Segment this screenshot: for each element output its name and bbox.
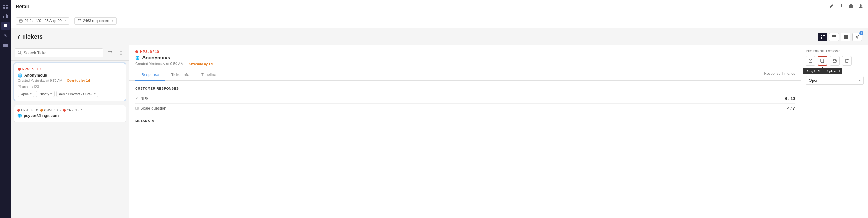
edit-icon[interactable] [829,4,834,10]
status-select[interactable]: Open Closed In Progress [806,76,864,85]
priority-tag-select[interactable]: Priority ▾ [36,91,55,97]
nav-chat-icon[interactable] [1,22,10,30]
response-actions-title: RESPONSE ACTIONS [806,50,864,53]
header-overdue: Overdue by 1d [189,62,213,66]
scale-label: Scale question [135,106,771,110]
header-globe-icon: 🌐 [135,56,140,60]
ticket-card-mini[interactable]: NPS: 3 / 10 CSAT: 1 / 5 CES: 1 / 7 🌐 [14,105,126,122]
scale-value: 4 / 7 [771,106,795,110]
svg-rect-2 [3,7,5,9]
svg-rect-15 [851,6,851,8]
filter-badge: 1 [859,31,864,35]
svg-point-45 [135,50,138,53]
svg-rect-8 [3,44,7,44]
svg-point-37 [121,54,122,55]
nav-chart-icon[interactable] [1,12,10,21]
responses-filter[interactable]: 2463 responses ▾ [74,17,117,25]
grid-view-btn[interactable] [841,33,850,41]
tickets-count: 7 Tickets [17,33,818,40]
overdue-badge: Overdue by 1d [67,79,90,82]
svg-rect-22 [832,35,836,36]
priority-chevron-icon: ▾ [50,92,52,96]
tabs-bar: Response Ticket Info Timeline [129,69,801,80]
svg-rect-4 [3,16,4,19]
body-area: NPS: 6 / 10 🌐 Anonymous Created Yesterda… [11,45,868,218]
sort-icon-btn[interactable] [106,49,114,57]
date-range-filter[interactable]: 01 Jan '20 - 25 Aug '20 ▾ [16,17,69,25]
svg-marker-21 [78,20,81,23]
external-link-btn[interactable] [806,56,815,66]
date-chevron-icon: ▾ [65,20,66,23]
svg-point-38 [18,68,21,71]
nav-phone-icon[interactable] [1,32,10,40]
svg-point-44 [63,109,66,112]
demo-tag-select[interactable]: demo1102test / Cust... ▾ [56,91,98,97]
nav-list-icon[interactable] [1,41,10,50]
content-area: CUSTOMER RESPONSES NPS 6 / 10 [129,80,801,218]
mini-ces: CES: 1 / 7 [63,108,82,112]
status-tag-select[interactable]: Open ▾ [18,91,34,97]
more-icon-btn[interactable] [117,49,125,57]
svg-rect-5 [4,15,5,19]
svg-point-43 [40,109,43,112]
filter-bar: 01 Jan '20 - 25 Aug '20 ▾ 2463 responses… [11,13,868,29]
building-icon[interactable] [848,4,854,10]
mini-csat: CSAT: 1 / 5 [40,108,61,112]
filter-btn[interactable]: 1 [852,33,862,41]
ticket-card-selected[interactable]: NPS: 6 / 10 🌐 Anonymous Created Yesterda… [14,63,126,101]
action-icons: Copy URL to Clipboard [806,56,864,66]
ticket-tags: Open ▾ Priority ▾ demo1102test / Cust...… [18,91,122,97]
search-input-wrap[interactable] [14,48,103,57]
svg-rect-3 [6,7,7,9]
header-nps-badge: NPS: 6 / 10 [135,50,795,54]
tab-ticket-info[interactable]: Ticket Info [165,69,195,80]
svg-point-16 [860,4,862,6]
nps-label: NPS [135,96,771,101]
scale-response-row: Scale question 4 / 7 [135,104,795,113]
status-label: Status [806,71,864,74]
svg-rect-13 [850,6,850,7]
nps-response-row: NPS 6 / 10 [135,94,795,104]
ticket-id: ananda123 [18,85,122,88]
responses-chevron-icon: ▾ [112,20,114,23]
svg-rect-1 [6,5,7,6]
svg-marker-29 [856,35,859,38]
header-meta: Created Yesterday at 9:50 AM · Overdue b… [135,62,795,66]
copy-url-btn[interactable]: Copy URL to Clipboard [818,56,827,66]
user-icon[interactable] [858,4,863,10]
svg-rect-14 [851,6,852,7]
top-bar: Retail [11,0,868,13]
trash-btn[interactable] [842,56,851,66]
svg-rect-24 [832,38,836,38]
list-view-btn[interactable] [829,33,839,41]
svg-line-31 [20,53,22,54]
response-table: NPS 6 / 10 Scale question [135,94,795,113]
upload-icon[interactable] [839,4,844,10]
nps-badge: NPS: 6 / 10 [18,67,41,71]
metadata-title: METADATA [135,119,795,122]
svg-rect-6 [6,14,7,19]
expand-view-btn[interactable] [818,33,827,41]
email-btn[interactable] [830,56,839,66]
mini-globe-icon: 🌐 [17,114,22,118]
svg-rect-23 [832,36,836,37]
tab-timeline[interactable]: Timeline [195,69,222,80]
svg-rect-52 [821,59,823,62]
response-time: Response Time: 0s [764,71,795,76]
svg-rect-9 [3,45,7,46]
demo-chevron-icon: ▾ [94,92,95,96]
nav-grid-icon[interactable] [1,2,10,11]
globe-icon: 🌐 [18,73,23,77]
svg-rect-10 [3,46,7,47]
search-input[interactable] [24,50,100,55]
svg-point-30 [18,51,21,53]
center-panel: NPS: 6 / 10 🌐 Anonymous Created Yesterda… [129,45,801,218]
left-navigation [0,0,11,218]
search-bar [11,45,129,61]
tab-response[interactable]: Response [135,69,165,80]
ticket-user: 🌐 Anonymous [18,73,122,77]
responses-label: 2463 responses [83,19,109,23]
customer-responses-title: CUSTOMER RESPONSES [135,86,795,90]
svg-rect-25 [844,35,845,37]
svg-rect-27 [844,37,845,39]
